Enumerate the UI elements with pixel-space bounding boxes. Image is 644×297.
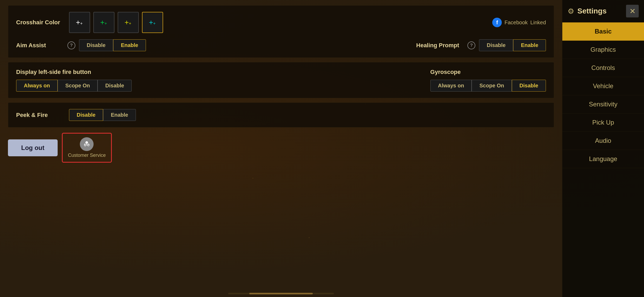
sidebar-title: Settings <box>577 7 606 15</box>
main-content: Crosshair Color + + + + <box>0 0 562 297</box>
healing-prompt-help-icon[interactable]: ? <box>467 41 475 49</box>
peek-enable[interactable]: Enable <box>103 109 136 121</box>
crosshair-cyan[interactable]: + <box>142 12 163 33</box>
sidebar-item-pickup[interactable]: Pick Up <box>562 114 644 132</box>
bottom-actions: Log out Customer Service <box>8 133 554 163</box>
scroll-indicator[interactable] <box>228 293 334 294</box>
facebook-icon: f <box>492 18 502 27</box>
sidebar-item-graphics[interactable]: Graphics <box>562 41 644 59</box>
fire-always-on[interactable]: Always on <box>16 80 58 92</box>
sidebar: ⚙ Settings ✕ Basic Graphics Controls Veh… <box>562 0 644 297</box>
healing-prompt-label: Healing Prompt <box>416 42 464 49</box>
svg-point-0 <box>85 141 88 144</box>
sidebar-header: ⚙ Settings ✕ <box>562 0 644 22</box>
gyro-always-on[interactable]: Always on <box>430 80 472 92</box>
crosshair-options: + + + + <box>69 12 163 33</box>
customer-service-label: Customer Service <box>68 153 106 158</box>
peek-fire-label: Peek & Fire <box>16 112 64 119</box>
peek-fire-section: Peek & Fire Disable Enable <box>8 102 554 128</box>
facebook-linked[interactable]: f Facebook Linked <box>492 18 546 27</box>
gear-icon: ⚙ <box>568 7 574 16</box>
aim-assist-disable[interactable]: Disable <box>79 39 113 51</box>
gyro-disable[interactable]: Disable <box>512 80 546 92</box>
aim-assist-toggle: Disable Enable <box>79 39 146 51</box>
crosshair-label: Crosshair Color <box>16 19 64 26</box>
facebook-label: Facebook <box>504 20 528 26</box>
crosshair-green[interactable]: + <box>93 12 114 33</box>
sidebar-item-basic[interactable]: Basic <box>562 22 644 41</box>
crosshair-white-icon: + <box>76 19 83 26</box>
healing-disable[interactable]: Disable <box>479 39 513 51</box>
sidebar-nav: Basic Graphics Controls Vehicle Sensitiv… <box>562 22 644 297</box>
scroll-thumb <box>249 293 313 294</box>
facebook-status: Linked <box>530 20 546 26</box>
sidebar-item-audio[interactable]: Audio <box>562 132 644 150</box>
aim-assist-label: Aim Assist <box>16 42 64 49</box>
crosshair-yellow[interactable]: + <box>118 12 139 33</box>
fire-disable[interactable]: Disable <box>98 80 132 92</box>
aim-assist-help-icon[interactable]: ? <box>67 41 75 49</box>
customer-service-button[interactable]: Customer Service <box>62 133 112 163</box>
fire-button-label: Display left-side fire button <box>16 69 132 76</box>
crosshair-yellow-icon: + <box>125 19 132 26</box>
crosshair-cyan-icon: + <box>149 19 156 26</box>
crosshair-section: Crosshair Color + + + + <box>8 5 554 58</box>
crosshair-white[interactable]: + <box>69 12 90 33</box>
svg-point-1 <box>84 144 86 146</box>
logout-button[interactable]: Log out <box>8 139 58 156</box>
peek-disable[interactable]: Disable <box>69 109 103 121</box>
sidebar-title-group: ⚙ Settings <box>568 7 606 16</box>
close-button[interactable]: ✕ <box>626 5 639 17</box>
peek-fire-toggle: Disable Enable <box>69 109 136 121</box>
sidebar-item-sensitivity[interactable]: Sensitivity <box>562 95 644 114</box>
gyro-scope-on[interactable]: Scope On <box>472 80 512 92</box>
sidebar-item-vehicle[interactable]: Vehicle <box>562 77 644 95</box>
gyroscope-label: Gyroscope <box>430 69 546 76</box>
sidebar-item-controls[interactable]: Controls <box>562 59 644 77</box>
gyroscope-toggle: Always on Scope On Disable <box>430 80 546 92</box>
crosshair-green-icon: + <box>100 19 108 26</box>
sidebar-item-language[interactable]: Language <box>562 150 644 168</box>
aim-assist-enable[interactable]: Enable <box>113 39 146 51</box>
fire-gyro-section: Display left-side fire button Always on … <box>8 62 554 98</box>
fire-button-toggle: Always on Scope On Disable <box>16 80 132 92</box>
fire-scope-on[interactable]: Scope On <box>58 80 98 92</box>
svg-point-2 <box>88 144 89 146</box>
healing-toggle: Disable Enable <box>479 39 546 51</box>
customer-service-icon <box>80 137 94 151</box>
healing-enable[interactable]: Enable <box>513 39 546 51</box>
